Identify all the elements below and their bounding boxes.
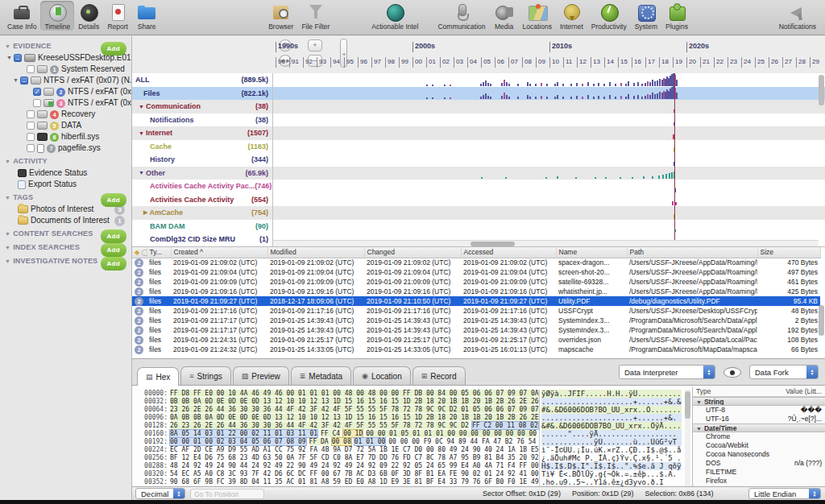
sidebar-item-ntfs-exfat-0x07-n[interactable]: ▼–NTFS / exFAT (0x07) (N... (0, 75, 131, 86)
timeline-row-files[interactable]: Files(822.1k) (132, 87, 825, 101)
zoom-in-button[interactable]: + (308, 39, 322, 52)
sidebar-item-evidence-status[interactable]: Evidence Status (0, 167, 131, 179)
add-button[interactable]: Add (101, 193, 126, 207)
timeline-row-notifications[interactable]: Notifications(38) (132, 114, 825, 127)
category-cell[interactable]: Cache(1163) (132, 140, 273, 154)
toolbar-button-share[interactable]: Share (132, 1, 161, 31)
sidebar-item-ntfs-exfat-0x[interactable]: ✓2NTFS / exFAT (0x... (0, 86, 131, 97)
category-cell[interactable]: Activities Cache Activity(554) (132, 193, 273, 207)
checkbox[interactable] (27, 133, 35, 141)
disclosure-triangle-icon[interactable]: ▼ (5, 195, 10, 200)
table-row-systemindex-3[interactable]: 2files2019-01-09 21:17:17 (UTC)2019-01-2… (132, 325, 820, 335)
hex-ascii-column[interactable]: ÿØÿà..JFIF.....H.H..ÿÛ..................… (539, 390, 682, 486)
timeline-row-internet[interactable]: ▼Internet(1507) (132, 126, 825, 140)
column-header-size[interactable]: Size (757, 247, 820, 258)
timeline-scrollbar[interactable] (819, 73, 824, 234)
interpreter-row-firefox[interactable]: Firefox (693, 477, 825, 485)
table-row-mapscache[interactable]: 2files2019-01-09 21:24:32 (UTC)2019-01-2… (132, 345, 820, 354)
toolbar-button-details[interactable]: Details (74, 1, 103, 31)
timeline-row-other[interactable]: ▼Other(65.9k) (132, 167, 825, 180)
timeline-row-activities-cache-activity[interactable]: Activities Cache Activity(554) (132, 193, 825, 207)
timeline-row-cache[interactable]: Cache(1163) (132, 140, 825, 154)
timeline-row-bam-dam[interactable]: BAM DAM(90) (132, 220, 825, 233)
column-header-modified[interactable]: Modified (267, 247, 364, 258)
toolbar-button-communication[interactable]: Communication (433, 1, 489, 31)
interpreter-row-cocoa-nanoseconds[interactable]: Cocoa Nanoseconds (693, 450, 825, 459)
encoding-select[interactable]: Decimal ▲▼ (135, 488, 185, 499)
tab-hex[interactable]: ▤Hex (137, 367, 179, 386)
category-cell[interactable]: ▼Other(65.9k) (132, 167, 273, 180)
tab-metadata[interactable]: ≣Metadata (291, 366, 351, 385)
disclosure-triangle-icon[interactable]: ▼ (139, 170, 144, 176)
disclosure-triangle-icon[interactable]: ▼ (139, 130, 144, 136)
interpreter-group-string[interactable]: ▼String (693, 397, 825, 406)
toolbar-button-timeline[interactable]: Timeline (40, 1, 74, 31)
category-cell[interactable]: ▼Communication(38) (132, 100, 273, 114)
disclosure-triangle-icon[interactable]: ▼ (5, 245, 10, 250)
data-interpreter-select[interactable]: Data Interpreter ▲▼ (619, 365, 715, 379)
disclosure-triangle-icon[interactable]: ▼ (139, 104, 144, 109)
sidebar-item-documents-of-interest[interactable]: Documents of Interest1 (0, 215, 131, 226)
toolbar-button-actionable-intel[interactable]: Actionable Intel (367, 1, 422, 31)
add-button[interactable]: Add (101, 42, 126, 56)
interpreter-row-utf-16[interactable]: UTF-16?Û¸.~e[?]... (693, 415, 825, 423)
category-cell[interactable]: Notifications(38) (132, 114, 273, 127)
category-cell[interactable]: History(344) (132, 153, 273, 167)
interpreter-row-utf-8[interactable]: UTF-8��� (693, 406, 825, 415)
timeline-row-communication[interactable]: ▼Communication(38) (132, 100, 825, 114)
table-row-systemindex-3[interactable]: 2files2019-01-09 21:17:17 (UTC)2019-01-2… (132, 316, 820, 325)
checkbox[interactable]: ✓ (33, 88, 41, 96)
category-cell[interactable]: Files(822.1k) (132, 87, 273, 101)
disclosure-triangle-icon[interactable]: ▼ (6, 52, 14, 64)
go-to-position-input[interactable]: Go To Position (190, 489, 264, 499)
column-header-type[interactable]: Ty... (147, 247, 171, 258)
checkbox[interactable] (27, 122, 35, 130)
timeline-row-all[interactable]: ALL(889.5k) (132, 73, 825, 87)
toolbar-button-media[interactable]: Media (490, 1, 519, 31)
disclosure-triangle-icon[interactable]: ▼ (5, 43, 10, 49)
tab-strings[interactable]: ≡Strings (180, 366, 230, 385)
category-cell[interactable]: Activities Cache Activity Pac...(746) (132, 180, 273, 193)
toolbar-button-productivity[interactable]: Productivity (587, 1, 631, 31)
table-row-whatistheint-jp[interactable]: 2files2019-01-09 21:09:16 (UTC)2019-01-0… (132, 287, 820, 296)
interpreter-row-filetime[interactable]: FILETIME (693, 468, 825, 477)
checkbox[interactable] (33, 99, 41, 107)
column-header-path[interactable]: Path (627, 247, 757, 258)
table-row-screen-shot-20[interactable]: 2files2019-01-09 21:09:04 (UTC)2019-01-0… (132, 267, 820, 277)
disclosure-triangle-icon[interactable]: ▼ (5, 231, 10, 237)
column-header-created[interactable]: Created ^ (171, 247, 267, 258)
table-row-overrides-json[interactable]: 2files2019-01-09 21:24:31 (UTC)2019-01-0… (132, 335, 820, 345)
scrollbar-thumb[interactable] (685, 391, 690, 419)
interpreter-row-chrome[interactable]: Chrome (693, 432, 825, 441)
column-header-name[interactable]: Name (556, 247, 627, 258)
sidebar-item-pagefile-sys[interactable]: 7pagefile.sys (0, 143, 131, 154)
data-fork-select[interactable]: Data Fork ▲▼ (749, 365, 819, 379)
table-row-utility-pdf[interactable]: 2files2019-01-09 21:09:27 (UTC)2018-12-1… (132, 296, 820, 306)
scrollbar-thumb[interactable] (819, 75, 824, 105)
checkbox[interactable] (27, 144, 35, 152)
category-cell[interactable]: ComDlg32 CID Size MRU(1) (132, 233, 273, 246)
column-header-changed[interactable]: Changed (364, 247, 461, 258)
toolbar-button-notifications[interactable]: Notifications (775, 1, 820, 31)
disclosure-triangle-icon[interactable]: ▼ (696, 424, 702, 432)
timeline-row-activities-cache-activity-pac[interactable]: Activities Cache Activity Pac...(746) (132, 180, 825, 193)
toolbar-button-browser[interactable]: Browser (264, 1, 297, 31)
sidebar-item-ntfs-exfat-0x[interactable]: 3NTFS / exFAT (0x... (0, 97, 131, 109)
table-row-spacex-dragon[interactable]: 2files2019-01-09 21:09:02 (UTC)2019-01-0… (132, 258, 820, 267)
checkbox[interactable] (27, 65, 35, 73)
add-button[interactable]: Add (101, 257, 126, 271)
disclosure-triangle-icon[interactable]: ▼ (696, 398, 702, 405)
disclosure-triangle-icon[interactable]: ▼ (13, 75, 20, 86)
sidebar-item-recovery[interactable]: 4Recovery (0, 109, 131, 120)
horizontal-scrollbar[interactable] (273, 240, 819, 246)
timeline-row-amcache[interactable]: ▶AmCache(754) (132, 206, 825, 220)
category-cell[interactable]: ▶AmCache(754) (132, 206, 273, 220)
interpreter-group-date-time[interactable]: ▼Date/Time (693, 423, 825, 432)
tab-preview[interactable]: ▨Preview (233, 366, 289, 385)
toolbar-button-plugins[interactable]: Plugins (661, 1, 692, 31)
scrollbar-thumb[interactable] (819, 305, 824, 336)
tab-record[interactable]: ⊞Record (412, 366, 466, 385)
table-row-satellite-69328[interactable]: 2files2019-01-09 21:09:09 (UTC)2019-01-0… (132, 277, 820, 287)
checkbox[interactable]: – (14, 54, 22, 62)
toolbar-button-file-filter[interactable]: File Filter (297, 1, 334, 31)
